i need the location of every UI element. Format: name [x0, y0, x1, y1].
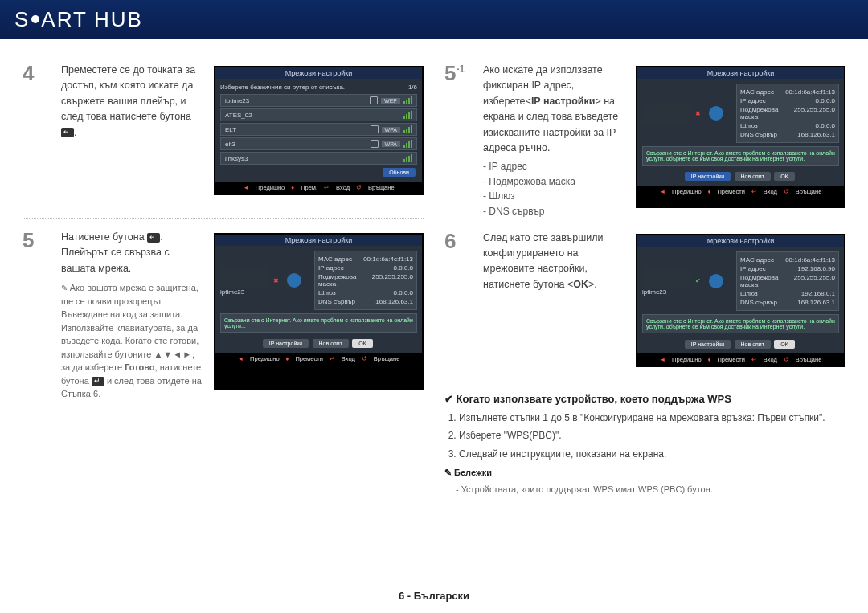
note-text: - Устройствата, които поддържат WPS имат…	[456, 483, 845, 497]
router-row: iptime23WEP	[220, 94, 417, 107]
ip-field-list: IP адрес Подмрежова маска Шлюз DNS сървъ…	[483, 159, 628, 219]
logo-dot-icon	[31, 15, 39, 23]
right-column: 5-1 Ако искате да използвате фиксиран IP…	[444, 63, 845, 497]
lock-icon	[371, 140, 379, 148]
banner-post: HUB	[94, 7, 143, 32]
step-number: 4	[23, 63, 55, 141]
globe-icon	[709, 274, 723, 288]
globe-icon	[287, 273, 301, 288]
step-number: 6	[444, 231, 477, 293]
step-6: 6 След като сте завършили конфигуриранет…	[444, 231, 845, 378]
ip-settings-button: IP настройки	[685, 172, 731, 181]
divider	[23, 218, 424, 219]
router-row: ATES_02	[220, 108, 417, 121]
ok-button: OK	[774, 172, 795, 181]
screenshot-router-list: Мрежови настройки Изберете безжичния си …	[214, 66, 424, 195]
device-icon	[642, 103, 690, 124]
router-row: ELTWPA	[220, 123, 417, 136]
lock-icon	[371, 125, 379, 133]
device-icon	[642, 266, 690, 287]
status-bar: ◄Предишно ♦Премести ↵Вход ↺Връщане	[637, 186, 844, 198]
step-text: Натиснете бутона . Плейърът се свързва с…	[61, 230, 206, 401]
step-number: 5	[23, 230, 55, 401]
wps-heading: ✔ Когато използвате устройство, което по…	[444, 393, 845, 405]
screenshot-network-ok: Мрежови настройки iptime23 ✔ MAC адрес00…	[636, 234, 845, 367]
enter-icon	[147, 233, 160, 243]
banner-pre: S	[14, 7, 30, 32]
status-bar: ◄Предишно ♦Премести ↵Вход ↺Връщане	[215, 353, 422, 365]
banner-mid: ART	[41, 7, 88, 32]
step-text: Ако искате да използвате фиксиран IP адр…	[483, 63, 628, 219]
notes-heading: Бележки	[444, 468, 845, 478]
enter-icon	[61, 128, 74, 137]
ok-button: OK	[352, 339, 373, 348]
left-column: 4 Преместете се до точката за достъп, къ…	[23, 63, 424, 497]
wps-section: ✔ Когато използвате устройство, което по…	[444, 393, 845, 497]
retry-button: Нов опит	[735, 340, 771, 349]
screenshot-network-status: Мрежови настройки iptime23 ✖ MAC адрес00…	[214, 233, 424, 390]
step-text: След като сте завършили конфигурирането …	[483, 231, 628, 293]
lock-icon	[370, 96, 378, 104]
status-bar: ◄Предишно ♦Премести ↵Вход ↺Връщане	[637, 353, 844, 366]
retry-button: Нов опит	[735, 172, 771, 181]
router-row: elt3WPA	[220, 137, 417, 150]
ok-button: OK	[774, 340, 795, 349]
router-row: linksys3	[220, 152, 417, 165]
note: Ако вашата мрежа е защитена, ще се появи…	[61, 281, 206, 401]
ip-settings-button: IP настройки	[685, 340, 731, 349]
wps-steps: Изпълнете стъпки 1 до 5 в "Конфигуриране…	[459, 411, 845, 461]
arrow-icons: ▲▼◄►	[154, 349, 192, 359]
banner: S ART HUB	[0, 0, 868, 39]
step-5-1: 5-1 Ако искате да използвате фиксиран IP…	[444, 63, 845, 219]
globe-icon	[709, 106, 723, 121]
screenshot-ip-settings: Мрежови настройки ✖ MAC адрес00:1d:6a:4c…	[636, 66, 845, 208]
step-text: Преместете се до точката за достъп, към …	[61, 63, 206, 141]
enter-icon	[92, 377, 104, 386]
device-icon	[220, 266, 268, 287]
step-number: 5-1	[444, 63, 477, 219]
page-footer: 6 - Български	[0, 590, 868, 602]
retry-button: Нов опит	[313, 339, 349, 348]
status-bar: ◄Предишно ♦Прем. ↵Вход ↺Връщане	[215, 182, 422, 194]
ip-settings-button: IP настройки	[263, 339, 309, 348]
refresh-button: Обнови	[383, 168, 416, 177]
step-5: 5 Натиснете бутона . Плейърът се свързва…	[23, 230, 424, 401]
step-4: 4 Преместете се до точката за достъп, къ…	[23, 63, 424, 206]
